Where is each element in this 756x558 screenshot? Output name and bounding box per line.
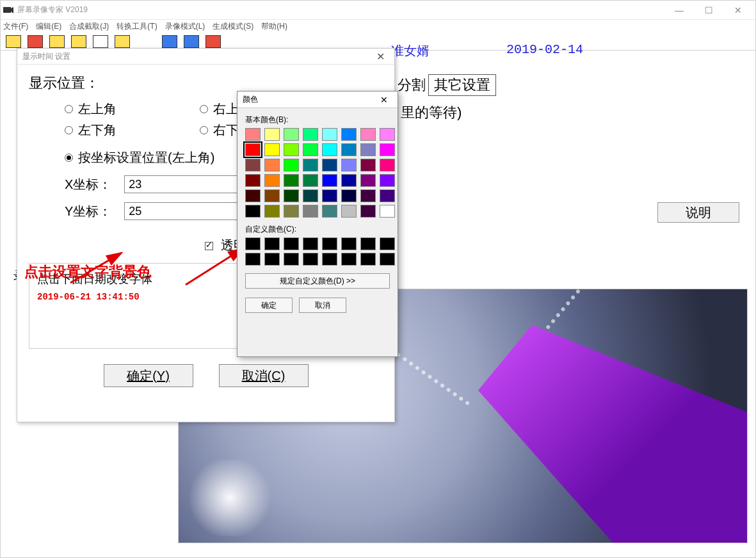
tab-split[interactable]: 分割 [398, 76, 426, 95]
toolbar-icon-9[interactable] [205, 35, 221, 48]
custom-swatch[interactable] [264, 253, 280, 266]
custom-swatch[interactable] [380, 253, 395, 266]
color-swatch[interactable] [284, 159, 299, 171]
color-swatch[interactable] [360, 159, 376, 171]
radio-by-coord[interactable] [65, 154, 73, 162]
custom-swatch[interactable] [380, 237, 395, 250]
color-swatch[interactable] [264, 159, 280, 171]
toolbar-icon-8[interactable] [184, 35, 199, 48]
custom-swatch[interactable] [284, 253, 299, 266]
color-swatch[interactable] [245, 205, 261, 218]
cancel-button[interactable]: 取消(C) [219, 364, 309, 387]
color-swatch[interactable] [245, 174, 261, 187]
custom-swatch[interactable] [264, 237, 280, 250]
color-swatch[interactable] [303, 189, 318, 202]
menu-generate[interactable]: 生成模式(S) [213, 21, 253, 32]
toolbar-icon-1[interactable] [6, 35, 21, 48]
toolbar-icon-5[interactable] [93, 35, 108, 48]
maximize-button[interactable]: ☐ [694, 1, 723, 20]
color-swatch[interactable] [303, 159, 318, 171]
color-swatch[interactable] [303, 174, 318, 187]
color-swatch[interactable] [380, 205, 395, 218]
custom-swatch[interactable] [360, 253, 376, 266]
color-swatch[interactable] [264, 143, 280, 156]
color-swatch[interactable] [322, 189, 337, 202]
color-swatch[interactable] [245, 159, 261, 171]
color-swatch[interactable] [245, 128, 261, 141]
color-swatch[interactable] [322, 159, 337, 171]
color-swatch[interactable] [284, 128, 299, 141]
color-swatch[interactable] [380, 159, 395, 171]
close-icon[interactable]: ✕ [376, 95, 392, 105]
custom-swatch[interactable] [341, 237, 357, 250]
color-swatch[interactable] [380, 189, 395, 202]
color-swatch[interactable] [284, 205, 299, 218]
custom-swatch[interactable] [360, 237, 376, 250]
custom-swatch[interactable] [341, 253, 357, 266]
color-swatch[interactable] [341, 189, 357, 202]
menu-convert[interactable]: 转换工具(T) [117, 21, 157, 32]
color-swatch[interactable] [341, 143, 357, 156]
radio-top-left[interactable] [65, 105, 73, 113]
color-swatch[interactable] [284, 189, 299, 202]
toolbar-icon-4[interactable] [71, 35, 86, 48]
toolbar-icon-7[interactable] [162, 35, 177, 48]
custom-swatch[interactable] [303, 253, 318, 266]
close-button[interactable]: ✕ [723, 1, 753, 20]
color-swatch[interactable] [341, 128, 357, 141]
custom-swatch[interactable] [322, 253, 337, 266]
toolbar-icon-3[interactable] [49, 35, 65, 48]
color-swatch[interactable] [303, 128, 318, 141]
menu-file[interactable]: 文件(F) [3, 21, 28, 32]
color-swatch[interactable] [360, 143, 376, 156]
color-cancel-button[interactable]: 取消 [299, 298, 346, 313]
radio-top-right[interactable] [200, 105, 208, 113]
color-swatch[interactable] [264, 128, 280, 141]
color-swatch[interactable] [322, 174, 337, 187]
color-swatch[interactable] [284, 174, 299, 187]
custom-swatch[interactable] [303, 237, 318, 250]
color-swatch[interactable] [264, 205, 280, 218]
explain-button[interactable]: 说明 [657, 202, 739, 223]
define-custom-button[interactable]: 规定自定义颜色(D) >> [245, 273, 390, 289]
tab-other-settings[interactable]: 其它设置 [428, 74, 496, 96]
custom-swatch[interactable] [322, 237, 337, 250]
color-swatch[interactable] [322, 205, 337, 218]
menu-compose[interactable]: 合成截取(J) [69, 21, 109, 32]
color-swatch[interactable] [341, 159, 357, 171]
color-swatch[interactable] [360, 174, 376, 187]
color-swatch[interactable] [360, 189, 376, 202]
color-swatch[interactable] [322, 128, 337, 141]
radio-bottom-left[interactable] [65, 126, 73, 134]
color-swatch[interactable] [245, 143, 261, 156]
toolbar-icon-6[interactable] [115, 35, 130, 48]
color-swatch[interactable] [380, 143, 395, 156]
menu-edit[interactable]: 编辑(E) [36, 21, 61, 32]
color-swatch[interactable] [341, 205, 357, 218]
color-swatch[interactable] [264, 174, 280, 187]
menu-record[interactable]: 录像模式(L) [165, 21, 205, 32]
color-swatch[interactable] [360, 205, 376, 218]
color-swatch[interactable] [303, 205, 318, 218]
color-swatch[interactable] [380, 128, 395, 141]
color-swatch[interactable] [284, 143, 299, 156]
color-swatch[interactable] [264, 189, 280, 202]
custom-swatch[interactable] [245, 237, 261, 250]
color-swatch[interactable] [360, 128, 376, 141]
color-swatch[interactable] [380, 174, 395, 187]
menu-help[interactable]: 帮助(H) [261, 21, 287, 32]
toolbar-icon-2[interactable] [28, 35, 43, 48]
color-ok-button[interactable]: 确定 [245, 298, 293, 313]
custom-swatch[interactable] [245, 253, 261, 266]
color-swatch[interactable] [322, 143, 337, 156]
radio-bottom-right[interactable] [200, 126, 208, 134]
close-icon[interactable]: ✕ [371, 51, 389, 63]
color-swatch[interactable] [245, 189, 261, 202]
ok-button[interactable]: 确定(Y) [104, 364, 193, 387]
color-dialog-title: 颜色 [243, 94, 376, 105]
color-swatch[interactable] [341, 174, 357, 187]
color-swatch[interactable] [303, 143, 318, 156]
custom-swatch[interactable] [284, 237, 299, 250]
minimize-button[interactable]: — [664, 1, 694, 20]
svg-rect-0 [3, 7, 11, 13]
